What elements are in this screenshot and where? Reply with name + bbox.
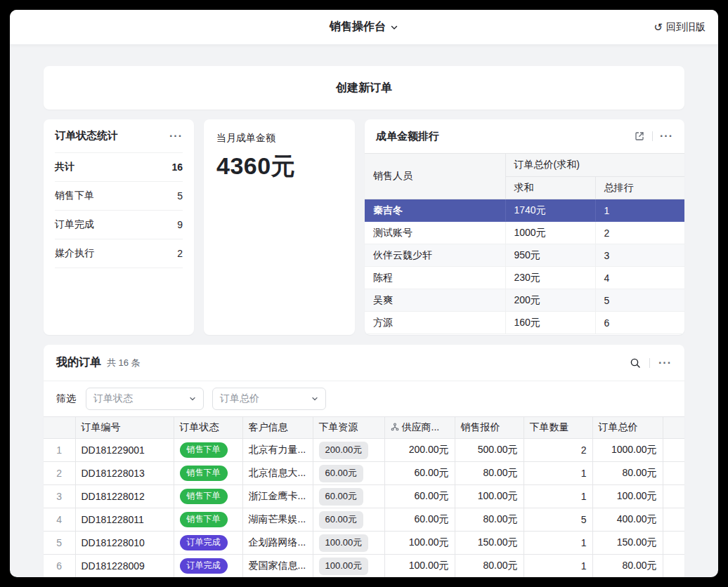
stat-row-sales-order: 销售下单 5	[55, 182, 183, 211]
supplier-price: 100.00元	[384, 555, 455, 578]
ranking-table: 销售人员 订单总价(求和) 求和 总排行 秦吉冬 1740元 1	[365, 153, 684, 334]
ranking-row[interactable]: 测试账号 1000元 2	[365, 222, 684, 244]
resource-tag: 100.00元	[319, 534, 369, 552]
order-status-stats-card: 订单状态统计 ··· 共计 16 销售下单 5 订单完成 9 媒介执行 2	[44, 119, 194, 335]
order-row[interactable]: 1 DD181229001 销售下单 北京有力量... 200.00元 200.…	[44, 439, 684, 462]
stat-value: 16	[171, 161, 183, 173]
ranking-rank: 2	[595, 222, 684, 244]
chevron-down-icon	[189, 395, 196, 402]
ranking-card-title: 成单金额排行	[376, 130, 439, 143]
back-to-old-version-button[interactable]: ↺ 回到旧版	[654, 10, 706, 44]
row-number: 2	[44, 462, 75, 485]
order-total: 100.00元	[592, 485, 663, 508]
order-row[interactable]: 5 DD181228010 订单完成 企划路网络... 100.00元 100.…	[44, 532, 684, 555]
more-icon[interactable]: ···	[169, 131, 183, 142]
monthly-amount-label: 当月成单金额	[216, 132, 342, 145]
customer-info: 企划路网络...	[242, 532, 313, 555]
column-header-resource[interactable]: 下单资源	[313, 417, 384, 439]
ranking-person: 测试账号	[365, 222, 505, 244]
create-order-button[interactable]: 创建新订单	[44, 66, 684, 110]
order-row[interactable]: 4 DD181228011 销售下单 湖南芒果娱... 60.00元 60.00…	[44, 508, 684, 532]
order-no: DD181228011	[75, 508, 174, 532]
ranking-sum: 230元	[505, 267, 595, 289]
customer-info: 北京信息大...	[242, 462, 313, 485]
order-status-badge: 订单完成	[180, 535, 228, 550]
ranking-rank: 1	[595, 199, 684, 222]
supplier-price: 100.00元	[384, 532, 455, 555]
filter-order-status-placeholder: 订单状态	[93, 393, 133, 405]
more-icon[interactable]: ···	[660, 131, 673, 142]
ranking-row[interactable]: 方源 160元 6	[365, 312, 684, 334]
ranking-person: 秦吉冬	[365, 199, 505, 222]
order-no: DD181228009	[75, 555, 174, 578]
stat-row-order-complete: 订单完成 9	[55, 211, 183, 239]
more-icon[interactable]: ···	[658, 357, 672, 369]
ranking-person: 吴爽	[365, 289, 505, 312]
column-header-total-group: 订单总价(求和)	[505, 154, 684, 177]
divider	[652, 131, 653, 141]
column-header-quote[interactable]: 销售报价	[455, 417, 524, 439]
stats-row: 订单状态统计 ··· 共计 16 销售下单 5 订单完成 9 媒介执行 2	[44, 119, 684, 335]
order-total: 1000.00元	[592, 439, 663, 462]
ranking-row[interactable]: 秦吉冬 1740元 1	[365, 199, 684, 222]
column-header-total[interactable]: 订单总价	[592, 417, 663, 439]
ranking-person: 方源	[365, 312, 505, 334]
order-no: DD181228013	[75, 462, 174, 485]
column-header-person: 销售人员	[365, 154, 505, 199]
create-order-label: 创建新订单	[336, 81, 392, 95]
chevron-down-icon	[311, 395, 318, 402]
order-row[interactable]: 2 DD181228013 销售下单 北京信息大... 60.00元 60.00…	[44, 462, 684, 485]
column-header-status[interactable]: 订单状态	[174, 417, 242, 439]
ranking-card-header: 成单金额排行 ···	[365, 119, 684, 153]
my-orders-card: 我的订单 共 16 条 ··· 筛选 订单状态 订单总价	[44, 345, 684, 577]
divider	[649, 358, 650, 368]
column-header-customer[interactable]: 客户信息	[242, 417, 313, 439]
ranking-person: 陈程	[365, 267, 505, 289]
sales-quote: 80.00元	[455, 508, 524, 532]
filter-order-total-select[interactable]: 订单总价	[212, 388, 326, 410]
order-row[interactable]: 6 DD181228009 订单完成 爱国家信息... 100.00元 100.…	[44, 555, 684, 578]
order-status-badge: 销售下单	[180, 442, 228, 457]
order-status-badge: 订单完成	[180, 558, 228, 573]
column-header-rank: 总排行	[595, 177, 684, 199]
order-no: DD181229001	[75, 439, 174, 462]
ranking-row[interactable]: 吴爽 200元 5	[365, 289, 684, 312]
ranking-row[interactable]: 陈程 230元 4	[365, 267, 684, 289]
resource-tag: 60.00元	[319, 465, 364, 482]
ranking-rank: 4	[595, 267, 684, 289]
row-number: 5	[44, 532, 75, 555]
workspace-switcher[interactable]: 销售操作台	[330, 20, 398, 34]
stat-label: 订单完成	[55, 218, 94, 231]
order-qty: 1	[524, 532, 592, 555]
search-icon[interactable]	[630, 357, 641, 369]
stat-value: 9	[177, 219, 183, 230]
column-header-qty[interactable]: 下单数量	[524, 417, 592, 439]
resource-tag: 60.00元	[319, 488, 364, 506]
row-number: 3	[44, 485, 75, 508]
supplier-price: 60.00元	[384, 508, 455, 532]
filter-row: 筛选 订单状态 订单总价	[44, 381, 684, 416]
monthly-amount-value: 4360元	[216, 150, 342, 183]
customer-info: 湖南芒果娱...	[242, 508, 313, 532]
order-status-badge: 销售下单	[180, 466, 228, 480]
customer-info: 北京有力量...	[242, 439, 313, 462]
filter-order-status-select[interactable]: 订单状态	[86, 388, 204, 410]
supplier-price: 60.00元	[384, 485, 455, 508]
ranking-card: 成单金额排行 ··· 销售人员 订单总价(求和)	[365, 119, 684, 335]
row-number: 4	[44, 508, 75, 532]
ranking-row[interactable]: 伙伴云魏少轩 950元 3	[365, 244, 684, 267]
monthly-amount-card: 当月成单金额 4360元	[204, 119, 355, 335]
order-status-stats-title: 订单状态统计	[55, 129, 118, 143]
stat-label: 共计	[55, 161, 74, 173]
export-icon[interactable]	[634, 131, 645, 142]
column-header-order-no[interactable]: 订单编号	[75, 417, 174, 439]
column-header-sum: 求和	[505, 177, 595, 199]
my-orders-header: 我的订单 共 16 条 ···	[44, 345, 684, 381]
row-number: 1	[44, 439, 75, 462]
ranking-rank: 6	[595, 312, 684, 334]
back-to-old-version-label: 回到旧版	[666, 21, 706, 34]
order-row[interactable]: 3 DD181228012 销售下单 浙江金鹰卡... 60.00元 60.00…	[44, 485, 684, 508]
resource-tag: 60.00元	[319, 511, 364, 529]
order-status-badge: 销售下单	[180, 489, 228, 503]
column-header-spacer	[663, 417, 684, 439]
